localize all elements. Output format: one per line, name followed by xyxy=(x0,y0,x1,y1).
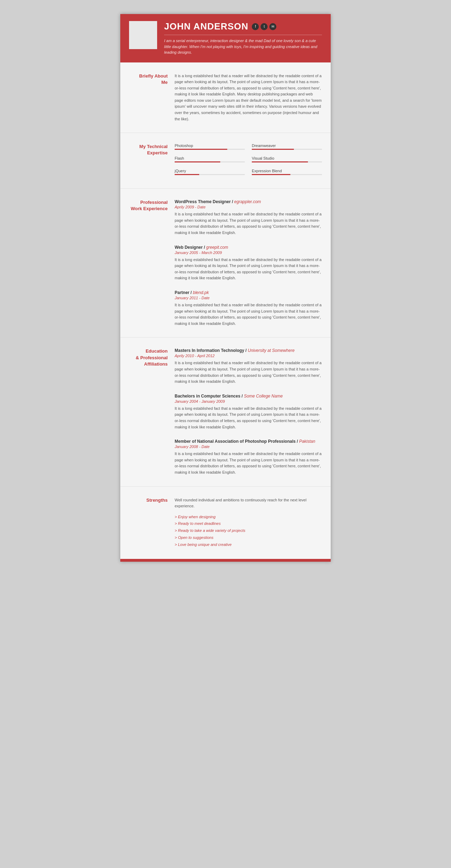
education-content: Masters In Information Technology / Univ… xyxy=(175,348,322,475)
entry-company: blend.pk xyxy=(193,290,209,295)
about-content: It is a long established fact that a rea… xyxy=(175,73,322,122)
entry-company: University at Somewhere xyxy=(248,348,294,353)
entry-company: egrappler.com xyxy=(234,199,261,204)
skill-bar-fill xyxy=(252,149,294,150)
skill-bar-fill xyxy=(175,149,227,150)
entry-date: January 2004 - January 2009 xyxy=(175,399,322,403)
entry-desc: It is a long established fact that a rea… xyxy=(175,406,322,430)
strength-item: > Love being unique and creative xyxy=(175,541,322,548)
entry-title: WordPress Theme Designer / egrappler.com xyxy=(175,199,322,204)
skill-bar-bg xyxy=(252,174,322,175)
skill-name: Photoshop xyxy=(175,143,245,148)
header-name-row: JOHN ANDERSON f t ✉ xyxy=(164,21,322,35)
entry-title: Bachelors in Computer Sciences / Some Co… xyxy=(175,394,322,399)
strengths-list: > Enjoy when designing> Ready to meet de… xyxy=(175,514,322,548)
header-name: JOHN ANDERSON xyxy=(164,21,248,32)
entry-desc: It is a long established fact that a rea… xyxy=(175,257,322,281)
skill-bar-bg xyxy=(175,161,245,162)
entry-title: Partner / blend.pk xyxy=(175,290,322,295)
skills-label: My Technical Expertise xyxy=(129,143,175,178)
entry-date: Aprily 2009 - Date xyxy=(175,205,322,209)
experience-entry: Web Designer / greepit.com January 2005 … xyxy=(175,245,322,281)
about-text: It is a long established fact that a rea… xyxy=(175,73,322,122)
skill-bar-fill xyxy=(175,174,199,175)
strength-item: > Enjoy when designing xyxy=(175,514,322,521)
strengths-intro: Well rounded individual and ambitions to… xyxy=(175,497,322,509)
skill-bar-bg xyxy=(175,149,245,150)
profile-photo xyxy=(129,21,157,49)
entry-company: Pakistan xyxy=(299,439,315,444)
education-entry: Member of National Association of Photos… xyxy=(175,439,322,475)
experience-entry: WordPress Theme Designer / egrappler.com… xyxy=(175,199,322,236)
skills-content: Photoshop Dreamweaver Flash Visual Studi… xyxy=(175,143,322,178)
skills-section: My Technical Expertise Photoshop Dreamwe… xyxy=(120,133,331,189)
skill-name: jQuery xyxy=(175,169,245,173)
education-label: Education & Professional Affiliations xyxy=(129,348,175,475)
entry-company: Some College Name xyxy=(244,394,283,399)
entry-date: January 2011 - Date xyxy=(175,296,322,300)
entry-company: greepit.com xyxy=(206,245,228,250)
email-icon[interactable]: ✉ xyxy=(269,23,276,30)
skill-name: Visual Studio xyxy=(252,156,322,160)
strengths-label: Strengths xyxy=(129,497,175,548)
skill-bar-fill xyxy=(252,174,290,175)
skill-name: Expression Blend xyxy=(252,169,322,173)
entry-date: Aprily 2010 - April 2012 xyxy=(175,354,322,358)
skill-item: Visual Studio xyxy=(252,156,322,162)
strengths-section: Strengths Well rounded individual and am… xyxy=(120,487,331,559)
skill-item: jQuery xyxy=(175,169,245,175)
about-label: Briefly About Me xyxy=(129,73,175,122)
header-tagline: I am a serial enterpreneur, interaction … xyxy=(164,38,322,55)
entry-title: Member of National Association of Photos… xyxy=(175,439,322,444)
facebook-icon[interactable]: f xyxy=(252,23,259,30)
header-info: JOHN ANDERSON f t ✉ I am a serial enterp… xyxy=(164,21,322,55)
entry-date: January 2005 - March 2009 xyxy=(175,251,322,255)
resume-container: JOHN ANDERSON f t ✉ I am a serial enterp… xyxy=(120,14,331,562)
entry-desc: It is a long established fact that a rea… xyxy=(175,360,322,385)
entry-desc: It is a long established fact that a rea… xyxy=(175,451,322,475)
experience-entry: Partner / blend.pk January 2011 - Date I… xyxy=(175,290,322,327)
resume-content: Briefly About Me It is a long establishe… xyxy=(120,62,331,559)
entry-title: Masters In Information Technology / Univ… xyxy=(175,348,322,353)
entry-desc: It is a long established fact that a rea… xyxy=(175,211,322,236)
header-section: JOHN ANDERSON f t ✉ I am a serial enterp… xyxy=(120,14,331,62)
skill-bar-bg xyxy=(252,149,322,150)
education-section: Education & Professional Affiliations Ma… xyxy=(120,338,331,486)
skill-bar-bg xyxy=(175,174,245,175)
skill-bar-bg xyxy=(252,161,322,162)
social-icons-group: f t ✉ xyxy=(252,23,276,30)
skill-name: Dreamweaver xyxy=(252,143,322,148)
twitter-icon[interactable]: t xyxy=(261,23,268,30)
entry-desc: It is a long established fact that a rea… xyxy=(175,302,322,327)
education-entry: Masters In Information Technology / Univ… xyxy=(175,348,322,385)
strength-item: > Ready to meet deadlines xyxy=(175,520,322,527)
skill-item: Flash xyxy=(175,156,245,162)
entry-date: January 2008 - Date xyxy=(175,445,322,449)
skill-bar-fill xyxy=(252,161,308,162)
about-section: Briefly About Me It is a long establishe… xyxy=(120,62,331,133)
experience-section: Professional Work Experience WordPress T… xyxy=(120,189,331,338)
strength-item: > Open to suggestions xyxy=(175,534,322,541)
strengths-content: Well rounded individual and ambitions to… xyxy=(175,497,322,548)
skill-item: Photoshop xyxy=(175,143,245,150)
education-entry: Bachelors in Computer Sciences / Some Co… xyxy=(175,394,322,430)
skills-grid: Photoshop Dreamweaver Flash Visual Studi… xyxy=(175,143,322,178)
skill-bar-fill xyxy=(175,161,220,162)
experience-label: Professional Work Experience xyxy=(129,199,175,327)
skill-item: Expression Blend xyxy=(252,169,322,175)
skill-item: Dreamweaver xyxy=(252,143,322,150)
footer-bar xyxy=(120,559,331,562)
experience-content: WordPress Theme Designer / egrappler.com… xyxy=(175,199,322,327)
entry-title: Web Designer / greepit.com xyxy=(175,245,322,250)
strength-item: > Ready to take a wide variety of projec… xyxy=(175,527,322,534)
skill-name: Flash xyxy=(175,156,245,160)
